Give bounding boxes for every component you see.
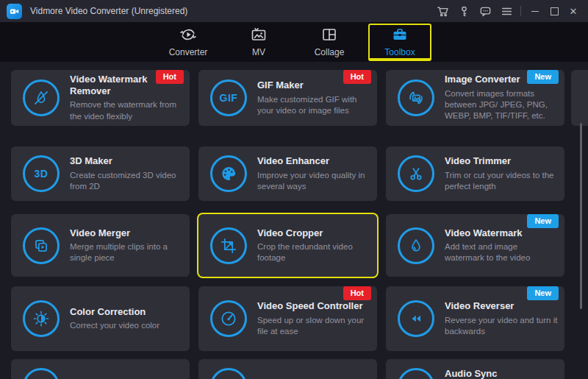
tool-title: Video Enhancer — [257, 155, 371, 167]
tool-card-partial[interactable] — [11, 359, 190, 379]
speed-icon — [210, 300, 247, 337]
feedback-icon[interactable] — [478, 4, 492, 18]
badge-hot: Hot — [343, 286, 371, 300]
badge-new: New — [527, 286, 559, 300]
tool-title: Video Merger — [70, 227, 184, 239]
window-title: Vidmore Video Converter (Unregistered) — [30, 6, 436, 16]
tool-description: Convert images formats between JPG/ JPEG… — [445, 88, 559, 122]
tool-description: Merge multiple clips into a single piece — [70, 241, 184, 263]
tool-card-partial[interactable] — [198, 359, 377, 379]
app-window: Vidmore Video Converter (Unregistered) ✕… — [0, 0, 588, 379]
toolbox-icon — [391, 26, 409, 43]
watermark-icon — [398, 227, 434, 264]
menu-icon[interactable] — [500, 4, 513, 18]
tool-title: Color Correction — [70, 306, 184, 318]
close-button[interactable]: ✕ — [566, 4, 581, 18]
tool-card-gif-maker[interactable]: GIFGIF MakerMake customized GIF with you… — [198, 70, 377, 126]
tool-description: Speed up or slow down your file at ease — [257, 315, 371, 337]
tool-card-video-watermark[interactable]: Video WatermarkAdd text and image waterm… — [386, 214, 564, 277]
badge-hot: Hot — [343, 70, 371, 84]
tool-description: Crop the redundant video footage — [257, 241, 371, 263]
tool-card-video-cropper[interactable]: Video CropperCrop the redundant video fo… — [198, 214, 377, 277]
trimmer-icon — [398, 155, 434, 192]
tool-description: Improve your video quality in several wa… — [257, 170, 371, 192]
tool-description: Make customized GIF with your video or i… — [257, 94, 371, 116]
minimize-button[interactable] — [528, 4, 542, 18]
tool-title: Audio Sync — [445, 368, 559, 379]
tool-title: Video Speed Controller — [257, 300, 371, 312]
icon-label: GIF — [220, 92, 238, 104]
tab-converter[interactable]: Converter — [157, 24, 220, 61]
tab-mv[interactable]: MV — [227, 24, 290, 61]
cropper-icon — [210, 227, 247, 264]
mv-icon — [250, 26, 268, 43]
tab-toolbox[interactable]: Toolbox — [368, 24, 431, 61]
tool-description: Add text and image watermark to the vide… — [445, 241, 559, 263]
tool-card-video-enhancer[interactable]: Video EnhancerImprove your video quality… — [198, 146, 377, 201]
merger-icon — [23, 227, 60, 264]
titlebar: Vidmore Video Converter (Unregistered) ✕ — [0, 0, 588, 22]
3d-icon: 3D — [23, 155, 60, 192]
tool-card-audio-sync[interactable]: Audio Sync — [386, 359, 564, 379]
tool-card-video-trimmer[interactable]: Video TrimmerTrim or cut your videos to … — [386, 146, 564, 201]
tool-title: Video Trimmer — [445, 155, 559, 167]
tool-title: Video Reverser — [445, 300, 559, 312]
cart-icon[interactable] — [436, 4, 449, 18]
tool-card-video-reverser[interactable]: Video ReverserReverse your video and tur… — [386, 286, 564, 351]
tab-collage[interactable]: Collage — [298, 24, 361, 61]
tool-description: Create customized 3D video from 2D — [70, 170, 184, 192]
tool-card-color-correction[interactable]: Color CorrectionCorrect your video color — [11, 286, 190, 351]
badge-hot: Hot — [156, 70, 184, 84]
maximize-button[interactable] — [547, 4, 562, 18]
vertical-scrollbar[interactable] — [580, 123, 582, 309]
tool-card-image-converter[interactable]: Image ConverterConvert images formats be… — [386, 70, 564, 126]
tool-description: Reverse your video and turn it backwards — [445, 315, 559, 337]
unknown-icon — [23, 368, 60, 379]
tool-title: 3D Maker — [70, 155, 184, 167]
titlebar-separator — [520, 6, 521, 16]
unknown-icon — [210, 368, 247, 379]
key-icon[interactable] — [457, 4, 470, 18]
tool-card-video-merger[interactable]: Video MergerMerge multiple clips into a … — [11, 214, 190, 277]
reverser-icon — [398, 300, 434, 337]
tool-description: Remove the watermark from the video flex… — [70, 99, 184, 121]
unknown-icon — [398, 368, 434, 379]
tool-description: Trim or cut your videos to the perfect l… — [445, 170, 559, 192]
collage-icon — [320, 26, 338, 43]
gif-icon: GIF — [210, 79, 247, 116]
tab-label: Converter — [169, 47, 208, 57]
tool-title: Video Cropper — [257, 227, 371, 239]
image-converter-icon — [398, 79, 434, 116]
main-nav: ConverterMVCollageToolbox — [0, 22, 588, 62]
tool-card-video-speed-controller[interactable]: Video Speed ControllerSpeed up or slow d… — [198, 286, 377, 351]
app-logo-icon — [7, 4, 22, 19]
tab-label: Toolbox — [384, 47, 415, 57]
color-correction-icon — [23, 300, 60, 337]
icon-label: 3D — [35, 168, 49, 180]
enhancer-icon — [210, 155, 247, 192]
badge-new: New — [527, 214, 559, 228]
tool-description: Correct your video color — [70, 320, 184, 331]
converter-icon — [179, 26, 197, 43]
toolbox-grid: Video Watermark RemoverRemove the waterm… — [0, 62, 588, 379]
tab-label: MV — [252, 47, 265, 57]
tool-card-partial-right[interactable] — [571, 70, 588, 126]
tool-title: Video Watermark — [445, 227, 559, 239]
watermark-remover-icon — [23, 79, 60, 116]
tool-card-3d-maker[interactable]: 3D3D MakerCreate customized 3D video fro… — [11, 146, 190, 201]
tab-label: Collage — [315, 47, 345, 57]
badge-new: New — [527, 70, 559, 84]
tool-card-video-watermark-remover[interactable]: Video Watermark RemoverRemove the waterm… — [11, 70, 190, 126]
